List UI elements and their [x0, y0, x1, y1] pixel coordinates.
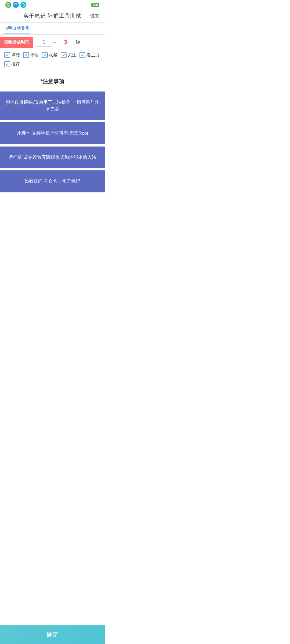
checkbox-recommend-box[interactable] — [4, 61, 10, 67]
checkbox-collect-box[interactable] — [42, 52, 48, 58]
face-icon — [5, 2, 11, 8]
checkbox-like-box[interactable] — [4, 52, 10, 58]
battery-indicator: 100 — [91, 3, 99, 7]
svg-point-1 — [8, 4, 8, 5]
refresh-icon — [13, 2, 19, 8]
info-card-2-text: 此脚本 支持手机全分辨率 无需Root — [17, 131, 88, 136]
info-card-3: 运行前 请先设置无障碍模式和本脚本输入法 — [0, 147, 105, 169]
info-card-2: 此脚本 支持手机全分辨率 无需Root — [0, 122, 105, 144]
time-separator: -- — [53, 39, 56, 45]
tab-auto-raise[interactable]: k手自动养号 — [4, 23, 30, 34]
checkbox-follow[interactable]: 关注 — [61, 52, 76, 58]
video-time-max-input[interactable] — [57, 37, 74, 47]
svg-point-0 — [7, 3, 10, 6]
shield-icon — [20, 2, 26, 8]
tab-divider — [0, 34, 105, 35]
info-card-4-text: 如有疑问 公众号：实干笔记 — [24, 179, 81, 184]
checkbox-follow-label: 关注 — [68, 52, 76, 58]
checkbox-comment[interactable]: 评论 — [23, 52, 39, 58]
checkbox-homepage-box[interactable] — [79, 52, 85, 58]
checkbox-follow-box[interactable] — [61, 52, 67, 58]
svg-point-2 — [9, 4, 9, 5]
checkbox-recommend[interactable]: 推荐 — [4, 61, 20, 67]
main-content: 视频播放时间 -- 秒 点赞 评论 收藏 关注 看主页 推荐 — [0, 37, 105, 216]
notice-title: *注意事项 — [0, 71, 105, 89]
status-icons — [5, 2, 26, 8]
video-time-label: 视频播放时间 — [0, 37, 33, 48]
checkbox-like[interactable]: 点赞 — [4, 52, 20, 58]
settings-button[interactable]: 设置 — [90, 13, 99, 19]
tab-bar: k手自动养号 — [0, 23, 105, 34]
status-bar: 100 — [0, 0, 105, 10]
app-title: 实干笔记 社群工具测试 — [23, 12, 82, 20]
app-header: 实干笔记 社群工具测试 设置 — [0, 10, 105, 22]
checkbox-like-label: 点赞 — [11, 52, 20, 58]
info-card-3-text: 运行前 请先设置无障碍模式和本脚本输入法 — [8, 155, 96, 160]
video-time-min-input[interactable] — [36, 38, 52, 47]
checkbox-collect-label: 收藏 — [49, 52, 57, 58]
checkbox-homepage[interactable]: 看主页 — [79, 52, 99, 58]
video-time-row: 视频播放时间 -- 秒 — [0, 37, 105, 48]
info-card-1-text: 脚本仅供揭秘,请勿用于非法操作 一切后果与作者无关 — [5, 100, 99, 112]
checkbox-collect[interactable]: 收藏 — [42, 52, 57, 58]
checkbox-homepage-label: 看主页 — [86, 52, 99, 58]
checkbox-comment-box[interactable] — [23, 52, 29, 58]
time-unit: 秒 — [76, 39, 80, 45]
action-checkboxes: 点赞 评论 收藏 关注 看主页 推荐 — [0, 48, 105, 71]
info-card-1: 脚本仅供揭秘,请勿用于非法操作 一切后果与作者无关 — [0, 92, 105, 120]
checkbox-recommend-label: 推荐 — [11, 61, 20, 67]
checkbox-comment-label: 评论 — [30, 52, 39, 58]
info-card-4: 如有疑问 公众号：实干笔记 — [0, 170, 105, 192]
